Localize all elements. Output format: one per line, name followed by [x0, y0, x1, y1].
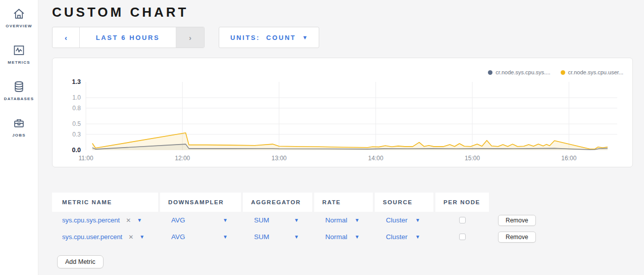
svg-text:0.5: 0.5: [72, 120, 81, 127]
svg-text:11:00: 11:00: [78, 155, 93, 162]
legend-label: cr.node.sys.cpu.user...: [568, 69, 623, 75]
chevron-down-icon: ▼: [137, 218, 142, 223]
chevron-left-icon: ‹: [65, 33, 67, 42]
chart-card: cr.node.sys.cpu.sys.... cr.node.sys.cpu.…: [52, 58, 633, 167]
jobs-icon: [12, 116, 26, 130]
aggregator-select[interactable]: SUM ▼: [243, 212, 312, 228]
time-range-label: LAST 6 HOURS: [96, 34, 160, 41]
column-header-per-node: PER NODE: [435, 193, 489, 212]
toolbar: ‹ LAST 6 HOURS › UNITS: COUNT ▼: [52, 27, 644, 48]
remove-cell: Remove: [491, 212, 552, 228]
downsampler-select[interactable]: AVG ▼: [160, 212, 241, 228]
main-content: CUSTOM CHART ‹ LAST 6 HOURS › UNITS: COU…: [38, 0, 644, 275]
chevron-down-icon: ▼: [139, 235, 144, 240]
sidebar-item-label: DATABASES: [4, 97, 34, 101]
table-header-row: METRIC NAME DOWNSAMPLER AGGREGATOR RATE …: [52, 193, 644, 212]
chevron-down-icon: ▼: [294, 218, 299, 223]
time-range-dropdown[interactable]: LAST 6 HOURS: [80, 27, 176, 48]
chevron-down-icon: ▼: [355, 218, 360, 223]
aggregator-value: SUM: [254, 216, 269, 224]
source-value: Cluster: [386, 233, 408, 241]
legend-dot: [561, 70, 565, 75]
source-select[interactable]: Cluster ▼: [375, 212, 433, 228]
metric-name-value: sys.cpu.sys.percent: [62, 216, 120, 224]
clear-metric-icon[interactable]: ✕: [128, 234, 133, 241]
svg-text:0.8: 0.8: [72, 105, 81, 112]
legend-dot: [488, 70, 492, 75]
sidebar-item-jobs[interactable]: JOBS: [0, 116, 38, 138]
column-header-metric-name: METRIC NAME: [52, 193, 158, 212]
chevron-down-icon: ▼: [223, 235, 228, 240]
svg-text:0.3: 0.3: [72, 131, 81, 138]
svg-text:16:00: 16:00: [561, 155, 576, 162]
rate-value: Normal: [325, 233, 348, 241]
clear-metric-icon[interactable]: ✕: [126, 217, 131, 224]
source-value: Cluster: [386, 216, 408, 224]
metrics-table: METRIC NAME DOWNSAMPLER AGGREGATOR RATE …: [52, 193, 644, 268]
chevron-down-icon: ▼: [415, 218, 420, 223]
rate-value: Normal: [325, 216, 348, 224]
per-node-checkbox[interactable]: [459, 217, 466, 223]
sidebar-item-label: OVERVIEW: [6, 24, 32, 28]
metric-name-select[interactable]: sys.cpu.sys.percent ✕ ▼: [52, 212, 158, 228]
units-value: COUNT: [266, 34, 296, 41]
chevron-down-icon: ▼: [415, 235, 420, 240]
chevron-down-icon: ▼: [302, 35, 308, 40]
svg-text:12:00: 12:00: [175, 155, 190, 162]
time-prev-button[interactable]: ‹: [53, 27, 80, 48]
table-row: sys.cpu.user.percent ✕ ▼ AVG ▼ SUM ▼ Nor…: [52, 228, 644, 245]
legend-item[interactable]: cr.node.sys.cpu.user...: [561, 69, 623, 75]
remove-button[interactable]: Remove: [498, 232, 536, 243]
column-header-downsampler: DOWNSAMPLER: [160, 193, 241, 212]
chevron-down-icon: ▼: [223, 218, 228, 223]
metric-name-select[interactable]: sys.cpu.user.percent ✕ ▼: [52, 228, 158, 245]
table-row: sys.cpu.sys.percent ✕ ▼ AVG ▼ SUM ▼ Norm…: [52, 212, 644, 228]
aggregator-select[interactable]: SUM ▼: [243, 228, 312, 245]
svg-text:15:00: 15:00: [465, 155, 480, 162]
sidebar-item-label: JOBS: [12, 133, 26, 138]
downsampler-value: AVG: [171, 216, 185, 224]
sidebar-item-label: METRICS: [8, 60, 30, 65]
svg-text:0.0: 0.0: [72, 147, 81, 154]
legend-label: cr.node.sys.cpu.sys....: [496, 69, 550, 75]
metric-name-value: sys.cpu.user.percent: [62, 233, 122, 241]
metrics-icon: [12, 43, 26, 57]
sidebar-item-overview[interactable]: OVERVIEW: [0, 7, 38, 28]
per-node-checkbox[interactable]: [459, 234, 466, 240]
sidebar: OVERVIEW METRICS DATABASES JOBS: [0, 0, 38, 275]
remove-button[interactable]: Remove: [498, 215, 536, 226]
svg-text:14:00: 14:00: [368, 155, 383, 162]
svg-text:13:00: 13:00: [272, 155, 287, 162]
time-next-button-disabled[interactable]: ›: [176, 27, 204, 48]
per-node-cell: [435, 212, 489, 228]
sidebar-item-metrics[interactable]: METRICS: [0, 43, 38, 65]
page-title: CUSTOM CHART: [52, 5, 644, 20]
svg-text:1.3: 1.3: [72, 78, 81, 85]
rate-select[interactable]: Normal ▼: [314, 212, 373, 228]
add-metric-button[interactable]: Add Metric: [57, 255, 104, 268]
units-label: UNITS:: [230, 34, 260, 41]
chevron-down-icon: ▼: [355, 235, 360, 240]
home-icon: [12, 7, 26, 21]
remove-cell: Remove: [491, 228, 552, 245]
time-window-selector: ‹ LAST 6 HOURS ›: [52, 27, 205, 48]
downsampler-value: AVG: [171, 233, 185, 241]
chevron-right-icon: ›: [189, 33, 191, 42]
units-dropdown[interactable]: UNITS: COUNT ▼: [219, 27, 319, 48]
column-header-rate: RATE: [314, 193, 373, 212]
rate-select[interactable]: Normal ▼: [314, 228, 373, 245]
legend-item[interactable]: cr.node.sys.cpu.sys....: [488, 69, 550, 75]
aggregator-value: SUM: [254, 233, 269, 241]
sidebar-item-databases[interactable]: DATABASES: [0, 80, 38, 101]
chevron-down-icon: ▼: [294, 235, 299, 240]
column-header-aggregator: AGGREGATOR: [243, 193, 312, 212]
source-select[interactable]: Cluster ▼: [375, 228, 433, 245]
downsampler-select[interactable]: AVG ▼: [160, 228, 241, 245]
databases-icon: [12, 80, 26, 94]
column-header-source: SOURCE: [375, 193, 433, 212]
chart-legend: cr.node.sys.cpu.sys.... cr.node.sys.cpu.…: [488, 69, 623, 75]
svg-text:1.0: 1.0: [72, 94, 81, 101]
per-node-cell: [435, 228, 489, 245]
